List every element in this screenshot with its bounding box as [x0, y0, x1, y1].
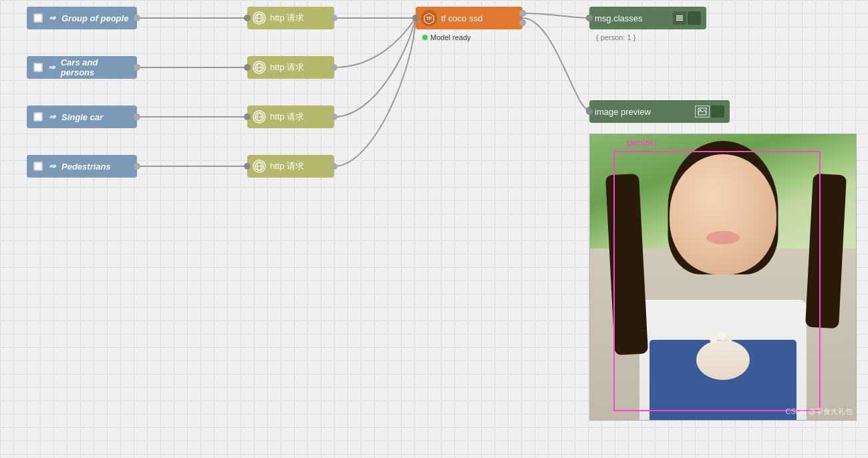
input-label-4: Pedestrians — [61, 162, 111, 172]
globe-icon-4 — [253, 160, 266, 173]
input-node-cars-and-persons[interactable]: ⇒ Cars and persons — [27, 56, 137, 79]
port-right-http1 — [331, 15, 337, 21]
port-right-http4 — [331, 163, 337, 170]
input-label-2: Cars and persons — [61, 57, 130, 77]
port-left-http1 — [244, 15, 251, 21]
http-node-1[interactable]: http 请求 — [247, 7, 334, 29]
http-node-3[interactable]: http 请求 — [247, 105, 334, 128]
arrow-icon-3: ⇒ — [47, 111, 57, 122]
input-node-pedestrians[interactable]: ⇒ Pedestrians — [27, 155, 137, 178]
watermark-text: CSDN @零食大礼包 — [786, 407, 853, 417]
preview-image-box: person CSDN @零食大礼包 — [589, 134, 857, 421]
msg-classes-label: msg.classes — [595, 13, 670, 23]
http-label-2: http 请求 — [270, 61, 304, 73]
checkbox-2[interactable] — [33, 63, 43, 72]
person-detection-label: person — [627, 138, 656, 148]
port-left-http2 — [244, 64, 251, 71]
arrow-icon-1: ⇒ — [47, 13, 57, 23]
globe-icon-3 — [253, 110, 266, 124]
tf-icon: TF — [421, 10, 437, 26]
port-left-msg — [586, 15, 593, 21]
port-right-4 — [134, 163, 140, 170]
http-label-3: http 请求 — [270, 111, 304, 123]
port-right-tf-2 — [519, 19, 526, 26]
model-ready-text: Model ready — [430, 33, 471, 41]
http-node-2[interactable]: http 请求 — [247, 56, 334, 79]
msg-action-button[interactable] — [688, 11, 701, 25]
model-ready-status: Model ready — [422, 33, 471, 41]
checkbox-1[interactable] — [33, 13, 43, 23]
input-label-1: Group of people — [61, 13, 128, 23]
port-left-preview — [586, 108, 593, 115]
http-label-4: http 请求 — [270, 160, 304, 172]
port-left-http4 — [244, 163, 251, 170]
arrow-icon-2: ⇒ — [47, 62, 57, 73]
image-preview-label: image preview — [595, 107, 692, 117]
arrow-icon-4: ⇒ — [47, 161, 57, 172]
port-left-tf — [412, 15, 419, 21]
http-label-1: http 请求 — [270, 12, 304, 24]
globe-icon-2 — [253, 61, 266, 74]
svg-point-22 — [700, 109, 702, 111]
port-left-http3 — [244, 113, 251, 120]
svg-text:TF: TF — [426, 16, 432, 21]
port-right-2 — [134, 64, 140, 71]
globe-icon-1 — [253, 11, 266, 25]
port-right-3 — [134, 113, 140, 120]
msg-classes-node[interactable]: msg.classes { person: 1 } — [589, 7, 706, 29]
port-right-http2 — [331, 64, 337, 71]
port-right-tf-1 — [519, 10, 526, 17]
input-label-3: Single car — [61, 112, 103, 122]
msg-result-text: { person: 1 } — [596, 33, 635, 41]
tf-label: tf coco ssd — [441, 13, 482, 23]
status-dot — [422, 35, 428, 40]
http-node-4[interactable]: http 请求 — [247, 155, 334, 178]
preview-action-button[interactable] — [711, 105, 724, 118]
image-icon — [695, 105, 710, 118]
checkbox-4[interactable] — [33, 162, 43, 171]
tf-coco-ssd-node[interactable]: TF tf coco ssd Model ready — [416, 7, 523, 29]
input-node-group-of-people[interactable]: ⇒ Group of people — [27, 7, 137, 29]
image-preview-node[interactable]: image preview — [589, 100, 730, 123]
port-right-1 — [134, 15, 140, 21]
checkbox-3[interactable] — [33, 112, 43, 122]
msg-list-button[interactable] — [673, 11, 686, 25]
port-right-http3 — [331, 113, 337, 120]
input-node-single-car[interactable]: ⇒ Single car — [27, 105, 137, 128]
